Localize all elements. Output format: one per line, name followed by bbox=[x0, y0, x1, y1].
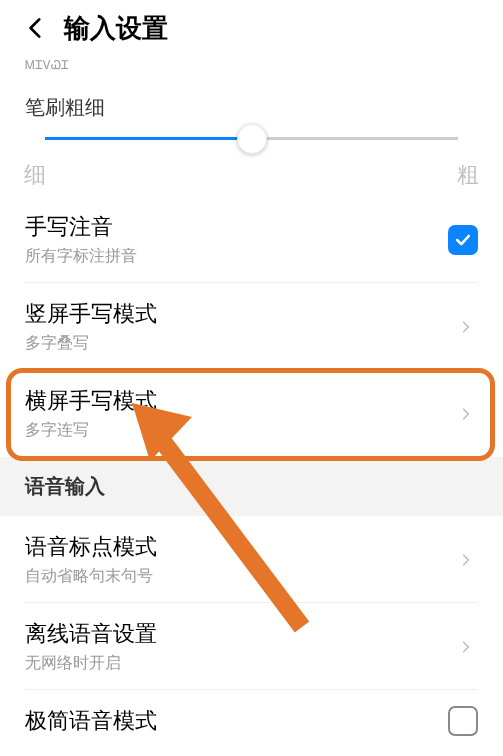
item-title: 离线语音设置 bbox=[25, 619, 157, 649]
chevron-right-icon bbox=[454, 315, 478, 339]
item-title: 极简语音模式 bbox=[25, 706, 157, 736]
item-sub: 自动省略句末句号 bbox=[25, 566, 157, 587]
checkbox-off-icon[interactable] bbox=[448, 706, 478, 736]
voice-list: 语音标点模式 自动省略句末句号 离线语音设置 无网络时开启 极简语音模式 bbox=[0, 516, 503, 752]
header: 输入设置 bbox=[0, 0, 503, 56]
slider-min-label: 细 bbox=[24, 160, 46, 190]
item-title: 横屏手写模式 bbox=[25, 386, 157, 416]
chevron-right-icon bbox=[454, 635, 478, 659]
item-title: 竖屏手写模式 bbox=[25, 299, 157, 329]
offline-voice-row[interactable]: 离线语音设置 无网络时开启 bbox=[0, 603, 503, 690]
minimal-voice-row[interactable]: 极简语音模式 bbox=[0, 690, 503, 752]
item-sub: 无网络时开启 bbox=[25, 653, 157, 674]
item-title: 手写注音 bbox=[25, 212, 137, 242]
back-button[interactable] bbox=[16, 8, 56, 48]
slider-thumb[interactable] bbox=[237, 124, 267, 154]
truncated-text: ᎷᏆᏙᏇᏆ bbox=[0, 56, 503, 72]
voice-section-header: 语音输入 bbox=[0, 457, 503, 516]
slider-max-label: 粗 bbox=[457, 160, 479, 190]
item-title: 语音标点模式 bbox=[25, 532, 157, 562]
portrait-handwriting-row[interactable]: 竖屏手写模式 多字叠写 bbox=[0, 283, 503, 370]
slider-labels: 细 粗 bbox=[0, 146, 503, 196]
handwriting-pinyin-row[interactable]: 手写注音 所有字标注拼音 bbox=[0, 196, 503, 283]
brush-slider[interactable] bbox=[0, 129, 503, 146]
landscape-handwriting-row[interactable]: 横屏手写模式 多字连写 bbox=[0, 370, 503, 457]
brush-label: 笔刷粗细 bbox=[0, 72, 503, 129]
chevron-right-icon bbox=[454, 548, 478, 572]
item-sub: 多字连写 bbox=[25, 420, 157, 441]
voice-punctuation-row[interactable]: 语音标点模式 自动省略句末句号 bbox=[0, 516, 503, 603]
settings-list: 手写注音 所有字标注拼音 竖屏手写模式 多字叠写 横屏手写模式 多字连写 bbox=[0, 196, 503, 457]
item-sub: 所有字标注拼音 bbox=[25, 246, 137, 267]
checkbox-on-icon[interactable] bbox=[448, 225, 478, 255]
item-sub: 多字叠写 bbox=[25, 333, 157, 354]
page-title: 输入设置 bbox=[64, 11, 168, 46]
chevron-right-icon bbox=[454, 402, 478, 426]
